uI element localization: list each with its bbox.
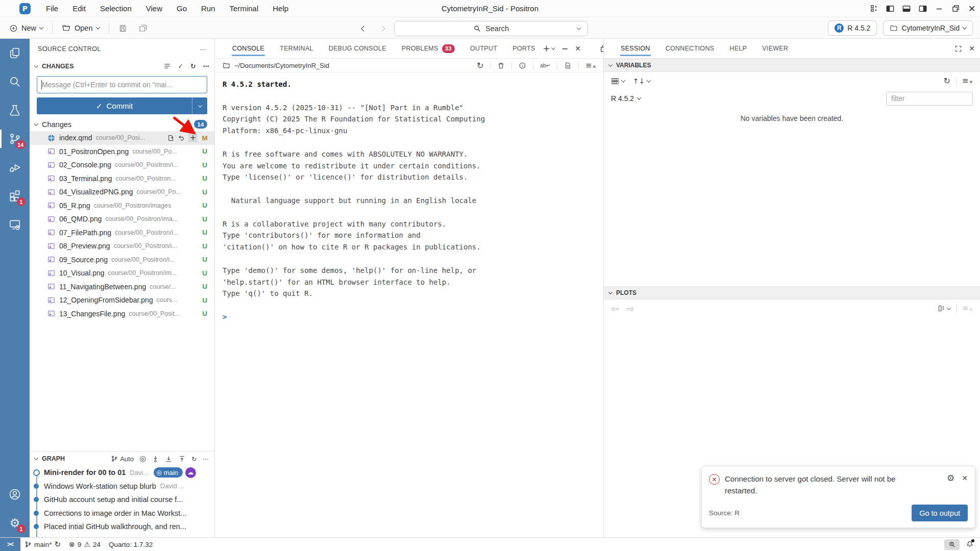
close-panel-icon[interactable]: ✕	[969, 44, 975, 53]
activity-remote-icon[interactable]	[0, 210, 30, 239]
refresh-icon[interactable]: ↻	[191, 455, 197, 463]
notifications-bell[interactable]	[964, 538, 976, 550]
commit-dropdown-button[interactable]	[192, 97, 207, 114]
sort-mode-button[interactable]: ↑↓	[633, 77, 650, 85]
zoom-indicator[interactable]	[944, 539, 960, 550]
menu-item[interactable]: View	[139, 0, 169, 17]
session-tab[interactable]: VIEWER	[754, 39, 796, 59]
remote-indicator[interactable]: ><	[0, 538, 20, 551]
changed-file-row[interactable]: 05_R.png course/00_Positron/images + U	[30, 199, 214, 213]
close-button[interactable]: ✕	[964, 0, 980, 17]
clear-objects-icon[interactable]: ≡✕	[962, 77, 973, 85]
commit-row[interactable]: Part of macOS Work-station setup, throug…	[30, 534, 215, 538]
commit-row[interactable]: Windows Work-station setup blurb David .…	[30, 480, 215, 493]
toggle-left-panel-icon[interactable]	[882, 0, 898, 17]
session-tab[interactable]: SESSION	[613, 39, 658, 59]
problems-status-item[interactable]: ⊗ 9 ⚠ 24	[65, 538, 105, 551]
plot-layout-button[interactable]	[938, 305, 950, 312]
open-button[interactable]: Open	[58, 21, 103, 35]
new-console-button[interactable]: +	[543, 43, 555, 54]
changed-file-row[interactable]: 07_FilePath.png course/00_Positron/i... …	[30, 226, 214, 240]
activity-run-debug-icon[interactable]	[0, 153, 30, 182]
pull-icon[interactable]	[165, 455, 173, 463]
global-search-input[interactable]: Search	[394, 21, 588, 36]
console-output[interactable]: R 4.5.2 started.R version 4.5.2 (2025-10…	[215, 72, 603, 323]
workspace-selector[interactable]: CytometryInR_Sid	[883, 20, 973, 36]
commit-message-input[interactable]	[37, 76, 207, 93]
toggle-right-panel-icon[interactable]	[915, 0, 931, 17]
quarto-status-item[interactable]: Quarto: 1.7.32	[105, 538, 157, 551]
graph-header[interactable]: GRAPH Auto ◎ ↻ ⋯	[30, 452, 215, 466]
auto-branch-filter[interactable]: Auto	[111, 455, 134, 463]
more-actions-icon[interactable]: ⋯	[203, 62, 210, 70]
menu-item[interactable]: File	[39, 0, 65, 17]
changed-file-row[interactable]: 11_NavigatingBetween.png course/... + U	[30, 280, 214, 294]
next-plot-icon[interactable]: ⇨	[626, 303, 634, 314]
activity-account-icon[interactable]	[0, 480, 30, 509]
changed-file-row[interactable]: 13_ChangesFile.png course/00_Posit... + …	[30, 307, 214, 321]
menu-item[interactable]: Run	[194, 0, 223, 17]
changed-file-row[interactable]: 08_Preview.png course/00_Positron/i... +…	[30, 239, 214, 253]
menu-item[interactable]: Selection	[93, 0, 139, 17]
notification-close-icon[interactable]: ✕	[962, 474, 968, 482]
refresh-objects-icon[interactable]: ↻	[943, 76, 950, 86]
restart-console-icon[interactable]: ↻	[477, 61, 483, 70]
push-icon[interactable]	[178, 455, 186, 463]
view-as-list-icon[interactable]	[163, 62, 171, 70]
save-all-button[interactable]	[134, 21, 152, 35]
open-log-icon[interactable]	[564, 62, 572, 69]
minimize-panel-icon[interactable]: −	[561, 44, 568, 54]
activity-testing-icon[interactable]	[0, 96, 30, 124]
save-button[interactable]	[114, 22, 131, 35]
changed-file-row[interactable]: 09_Source.png course/00_Positron/i... + …	[30, 253, 214, 267]
go-to-output-button[interactable]: Go to output	[912, 505, 968, 521]
more-actions-icon[interactable]: ⋯	[203, 455, 209, 463]
discard-changes-icon[interactable]	[178, 134, 185, 142]
commit-row[interactable]: GitHub account setup and initial course …	[30, 493, 215, 507]
clear-console-icon[interactable]: ≡✕	[585, 62, 596, 69]
menu-item[interactable]: Go	[169, 0, 194, 17]
trash-icon[interactable]	[497, 62, 505, 69]
minimize-button[interactable]	[931, 0, 947, 17]
menu-item[interactable]: Help	[265, 0, 296, 17]
session-tab[interactable]: CONNECTIONS	[658, 39, 722, 59]
variables-section-header[interactable]: VARIABLES	[604, 59, 980, 72]
activity-source-control-icon[interactable]: 14	[0, 124, 30, 153]
panel-tab[interactable]: PROBLEMS 33	[394, 39, 462, 59]
runtime-selector[interactable]: R 4.5.2	[611, 94, 641, 103]
commit-button[interactable]: ✓ Commit	[37, 97, 207, 114]
commit-row[interactable]: Mini-render for 00 to 01 Davi... ◎main ☁	[30, 466, 215, 480]
menu-item[interactable]: Edit	[65, 0, 93, 17]
toggle-bottom-panel-icon[interactable]	[898, 0, 915, 17]
refresh-icon[interactable]: ↻	[190, 62, 195, 70]
changed-file-row[interactable]: 02_Console.png course/00_Positron/i... +…	[30, 158, 214, 172]
plots-section-header[interactable]: PLOTS	[604, 286, 980, 299]
commit-check-icon[interactable]: ✓	[178, 62, 183, 70]
commit-row[interactable]: Placed intial GitHub walkthrough, and re…	[30, 520, 215, 534]
fullscreen-icon[interactable]	[954, 45, 962, 53]
menu-item[interactable]: Terminal	[223, 0, 266, 17]
panel-tab[interactable]: DEBUG CONSOLE	[321, 39, 394, 59]
group-mode-button[interactable]	[611, 77, 625, 85]
interpreter-selector[interactable]: R R 4.5.2	[828, 20, 877, 36]
activity-search-icon[interactable]	[0, 67, 30, 96]
notification-settings-icon[interactable]: ⚙	[947, 473, 954, 483]
close-panel-icon[interactable]: ✕	[575, 44, 581, 53]
branch-status-item[interactable]: main* ↻	[20, 538, 65, 551]
clear-plots-icon[interactable]: ≡✕	[962, 305, 973, 312]
changed-file-row[interactable]: 04_VisualizedPNG.png course/00_Po... + U	[30, 185, 214, 199]
more-actions-icon[interactable]: ⋯	[200, 45, 206, 53]
panel-tab[interactable]: PORTS	[505, 39, 543, 59]
navigate-forward-button[interactable]	[376, 22, 389, 35]
activity-settings-icon[interactable]: ⚙ 1	[0, 509, 30, 537]
changed-file-row[interactable]: 06_QMD.png course/00_Positron/ima... + U	[30, 212, 214, 226]
fetch-icon[interactable]	[152, 455, 159, 463]
changed-file-row[interactable]: index.qmd course/00_Posi... + M	[30, 131, 214, 145]
changed-file-row[interactable]: 10_Visual.png course/00_Positron/im... +…	[30, 266, 214, 280]
panel-tab[interactable]: TERMINAL	[272, 39, 321, 59]
restore-button[interactable]	[947, 0, 964, 17]
activity-extensions-icon[interactable]: 1	[0, 182, 30, 210]
changed-file-row[interactable]: 12_OpeningFromSidebar.png cours... + U	[30, 293, 214, 307]
changes-group-row[interactable]: Changes 14	[30, 117, 214, 131]
changed-file-row[interactable]: 01_PositronOpen.png course/00_Po... + U	[30, 145, 214, 159]
